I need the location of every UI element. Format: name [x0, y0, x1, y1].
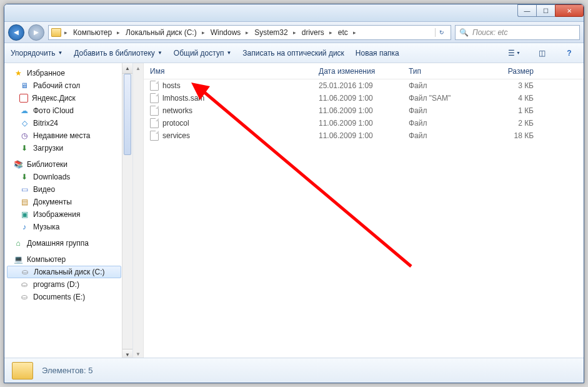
file-date: 11.06.2009 1:00	[312, 94, 402, 103]
column-name[interactable]: Имя	[144, 67, 312, 76]
download-icon: ⬇	[19, 172, 29, 182]
chevron-icon[interactable]: ▸	[201, 29, 206, 36]
scroll-up-icon[interactable]: ▲	[122, 63, 132, 74]
chevron-icon[interactable]: ▸	[116, 29, 121, 36]
file-icon	[150, 118, 159, 128]
file-size: 1 КБ	[490, 106, 540, 115]
file-name: lmhosts.sam	[162, 94, 204, 103]
sidebar-item-bitrix24[interactable]: ◇Bitrix24	[7, 117, 121, 129]
file-row[interactable]: protocol11.06.2009 1:00Файл2 КБ	[144, 117, 584, 129]
download-icon: ⬇	[19, 143, 29, 153]
sidebar-item-drive-c[interactable]: ⛀Локальный диск (C:)	[7, 266, 121, 278]
file-type: Файл	[402, 106, 490, 115]
search-box[interactable]: 🔍 Поиск: etc	[455, 25, 580, 40]
item-count-label: Элементов: 5	[42, 366, 92, 375]
column-size[interactable]: Размер	[490, 67, 540, 76]
sidebar-item-lib-documents[interactable]: ▤Документы	[7, 196, 121, 208]
sidebar-item-downloads[interactable]: ⬇Загрузки	[7, 142, 121, 154]
breadcrumb-segment[interactable]: Компьютер	[69, 27, 115, 38]
organize-button[interactable]: Упорядочить▼	[11, 49, 62, 58]
homegroup-header[interactable]: ⌂Домашняя группа	[7, 237, 121, 249]
search-placeholder: Поиск: etc	[472, 28, 507, 37]
file-size: 3 КБ	[490, 81, 540, 90]
file-size: 18 КБ	[490, 131, 540, 140]
titlebar: — ☐ ✕	[4, 4, 584, 22]
libraries-header[interactable]: 📚Библиотеки	[7, 158, 121, 171]
main-scrollbar[interactable]: ▲ ▼	[133, 63, 144, 359]
navigation-bar: ◄ ► ▸ Компьютер ▸ Локальный диск (C:) ▸ …	[4, 22, 584, 43]
scrollbar-thumb[interactable]	[124, 74, 131, 155]
file-row[interactable]: services11.06.2009 1:00Файл18 КБ	[144, 129, 584, 142]
chevron-icon[interactable]: ▸	[292, 29, 297, 36]
sidebar-item-desktop[interactable]: 🖥Рабочий стол	[7, 79, 121, 92]
sidebar-item-icloud-photos[interactable]: ☁Фото iCloud	[7, 104, 121, 117]
file-row[interactable]: lmhosts.sam11.06.2009 1:00Файл "SAM"4 КБ	[144, 92, 584, 104]
file-name: protocol	[162, 119, 189, 128]
chevron-icon[interactable]: ▸	[244, 29, 250, 36]
back-button[interactable]: ◄	[8, 24, 24, 41]
sidebar-item-lib-downloads[interactable]: ⬇Downloads	[7, 171, 121, 183]
breadcrumb-segment[interactable]: Windows	[207, 27, 244, 38]
help-button[interactable]: ?	[561, 46, 577, 60]
video-icon: ▭	[19, 184, 29, 194]
scroll-up-icon[interactable]: ▲	[133, 63, 143, 74]
file-row[interactable]: networks11.06.2009 1:00Файл1 КБ	[144, 104, 584, 117]
document-icon: ▤	[19, 197, 29, 207]
homegroup-icon: ⌂	[13, 238, 23, 248]
chevron-icon[interactable]: ▸	[63, 29, 69, 36]
share-button[interactable]: Общий доступ▼	[174, 49, 232, 58]
new-folder-button[interactable]: Новая папка	[356, 49, 399, 58]
sidebar-item-lib-video[interactable]: ▭Видео	[7, 183, 121, 196]
file-icon	[150, 81, 159, 91]
chevron-icon[interactable]: ▸	[328, 29, 334, 36]
address-bar[interactable]: ▸ Компьютер ▸ Локальный диск (C:) ▸ Wind…	[48, 25, 451, 40]
file-list-pane: ▲ ▼ Имя Дата изменения Тип Размер hosts2…	[133, 63, 584, 359]
file-type: Файл "SAM"	[402, 94, 490, 103]
column-type[interactable]: Тип	[402, 67, 490, 76]
breadcrumb-segment[interactable]: etc	[334, 27, 351, 38]
sidebar-item-recent[interactable]: ◷Недавние места	[7, 129, 121, 142]
file-name: hosts	[162, 81, 181, 90]
file-icon	[150, 106, 159, 116]
file-icon	[150, 93, 159, 103]
view-mode-button[interactable]: ☰▼	[506, 46, 522, 60]
status-bar: Элементов: 5	[4, 358, 584, 383]
file-row[interactable]: hosts25.01.2016 1:09Файл3 КБ	[144, 79, 584, 92]
column-headers: Имя Дата изменения Тип Размер	[144, 63, 584, 79]
computer-header[interactable]: 💻Компьютер	[7, 253, 121, 266]
sidebar-item-drive-e[interactable]: ⛀Documents (E:)	[7, 291, 121, 303]
bitrix-icon: ◇	[19, 118, 29, 128]
file-date: 11.06.2009 1:00	[312, 131, 402, 140]
file-type: Файл	[402, 119, 490, 128]
explorer-window: — ☐ ✕ ◄ ► ▸ Компьютер ▸ Локальный диск (…	[4, 4, 584, 383]
file-name: networks	[162, 106, 192, 115]
column-date[interactable]: Дата изменения	[312, 67, 402, 76]
sidebar-scrollbar[interactable]: ▲ ▼	[122, 63, 132, 359]
image-icon: ▣	[19, 209, 29, 219]
preview-pane-button[interactable]: ◫	[534, 46, 550, 60]
minimize-button[interactable]: —	[517, 4, 536, 17]
breadcrumb-segment[interactable]: System32	[251, 27, 291, 38]
breadcrumb-segment[interactable]: Локальный диск (C:)	[122, 27, 200, 38]
file-size: 2 КБ	[490, 119, 540, 128]
folder-icon	[51, 28, 61, 37]
sidebar-item-yandex-disk[interactable]: Яндекс.Диск	[7, 92, 121, 104]
music-icon: ♪	[19, 222, 29, 232]
chevron-down-icon: ▼	[157, 50, 162, 56]
favorites-header[interactable]: ★Избранное	[7, 67, 121, 79]
file-date: 11.06.2009 1:00	[312, 106, 402, 115]
maximize-button[interactable]: ☐	[536, 4, 555, 17]
sidebar-item-lib-images[interactable]: ▣Изображения	[7, 208, 121, 221]
breadcrumb-segment[interactable]: drivers	[298, 27, 327, 38]
file-date: 25.01.2016 1:09	[312, 81, 402, 90]
sidebar-item-lib-music[interactable]: ♪Музыка	[7, 221, 121, 233]
chevron-down-icon: ▼	[57, 50, 62, 56]
sidebar-item-drive-d[interactable]: ⛀programs (D:)	[7, 278, 121, 291]
chevron-icon[interactable]: ▸	[352, 29, 357, 36]
refresh-button[interactable]: ↻	[435, 28, 448, 37]
burn-button[interactable]: Записать на оптический диск	[242, 49, 344, 58]
file-type: Файл	[402, 81, 490, 90]
add-library-button[interactable]: Добавить в библиотеку▼	[74, 49, 162, 58]
close-button[interactable]: ✕	[555, 4, 584, 17]
forward-button[interactable]: ►	[28, 24, 44, 41]
